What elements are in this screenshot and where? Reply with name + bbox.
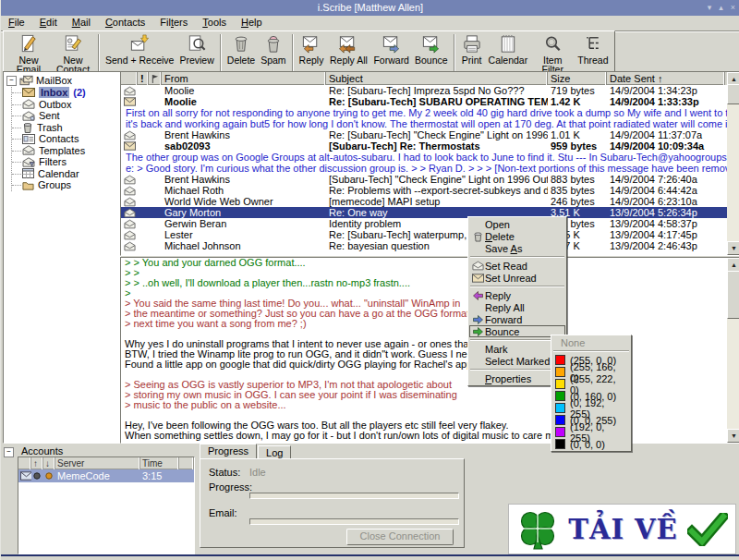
mail-row[interactable]: sab02093[Subaru-Tech] Re: Thermostats959… [121, 140, 739, 152]
print-button[interactable]: Print [458, 32, 486, 75]
menu-item-forward[interactable]: Forward [469, 313, 565, 325]
send-receive-button[interactable]: Send + Receive [103, 32, 176, 75]
reply-button[interactable]: Reply [297, 32, 327, 75]
color-item[interactable]: (255, 222, 0) [552, 378, 630, 390]
column-header-Date Sent ↑[interactable]: Date Sent ↑ [607, 72, 725, 85]
menu-item-reply-all[interactable]: Reply All [469, 301, 565, 313]
menu-tools[interactable]: Tools [195, 16, 234, 30]
delete-button[interactable]: Delete [224, 32, 258, 75]
sidebar-item-calendar[interactable]: Calendar [22, 168, 120, 180]
color-item[interactable]: (192, 0, 255) [552, 426, 630, 438]
bounce-button[interactable]: Bounce [412, 32, 451, 75]
menu-edit[interactable]: Edit [32, 16, 65, 30]
mail-row[interactable]: Michael JohnsonRe: bayesian question1.37… [121, 240, 739, 251]
forward-button[interactable]: Forward [370, 32, 412, 75]
mail-flag-cell [149, 229, 162, 240]
sidebar-item-outbox[interactable]: Outbox [22, 99, 120, 111]
account-row[interactable]: MemeCode3:15 [18, 469, 194, 482]
tree-root-mailbox[interactable]: −MailBox [6, 74, 120, 87]
mail-preview-snippet[interactable]: e: > Good story. I'm curious what the ot… [121, 163, 739, 174]
mail-row[interactable]: Gerwin BeranIdentity problem621 bytes13/… [121, 218, 739, 229]
accounts-column-blank[interactable] [18, 457, 31, 469]
menu-item-save-as[interactable]: Save As [469, 242, 565, 254]
mail-row[interactable]: LesterRe: [Subaru-Tech] waterpump, EA821… [121, 229, 739, 240]
accounts-column-Time[interactable]: Time [140, 457, 179, 469]
window-maximize-icon[interactable]: ▴ [719, 0, 723, 16]
color-item[interactable]: None [552, 336, 630, 348]
column-header-Size[interactable]: Size [548, 72, 607, 85]
mail-row[interactable]: Brent Hawkins[Subaru-Tech] "Check Engine… [121, 174, 739, 185]
scrollbar-thumb[interactable] [727, 84, 739, 104]
menu-mail[interactable]: Mail [65, 16, 98, 30]
menu-filters[interactable]: Filters [152, 16, 195, 30]
sidebar-item-contacts[interactable]: Contacts [22, 133, 120, 145]
toolbar-button-label: Reply All [329, 55, 368, 65]
menu-item-delete[interactable]: Delete [469, 230, 565, 242]
tab-log[interactable]: Log [258, 445, 291, 459]
mail-row[interactable]: Brent HawkinsRe: [Subaru-Tech] "Check En… [121, 129, 739, 140]
scroll-up-button[interactable]: ▲ [727, 258, 739, 272]
accounts-column-↓[interactable]: ↓ [43, 457, 55, 469]
title-bar[interactable]: i.Scribe [Matthew Allen] ▾ ▴ × [1, 0, 739, 16]
mail-date-cell: 13/9/2004 2:46:43p [607, 240, 725, 251]
sidebar-item-filters[interactable]: Filters [22, 156, 120, 168]
window-close-icon[interactable]: × [731, 0, 735, 16]
spam-button[interactable]: Spam [258, 32, 288, 75]
menu-contacts[interactable]: Contacts [98, 16, 152, 30]
message-line [121, 410, 739, 420]
mail-from-cell: Lester [162, 229, 326, 240]
mail-row[interactable]: MoolieRe: [Subaru-Tech] Impreza 5spd No … [121, 85, 739, 96]
accounts-column-Server[interactable]: Server [55, 457, 140, 469]
column-header-From[interactable]: From [162, 72, 326, 85]
item-filter-button[interactable]: Item Filter [530, 32, 575, 75]
menu-item-set-unread[interactable]: Set Unread [469, 272, 565, 284]
column-header-flag[interactable] [149, 72, 162, 85]
sidebar-item-templates[interactable]: Templates [22, 145, 120, 157]
toolbar-button-label: Spam [260, 55, 285, 65]
message-preview-pane[interactable]: > > You and your darned OGG format....> … [120, 257, 739, 444]
mail-row[interactable]: World Wide Web Owner[memecode] MAPI setu… [121, 196, 739, 207]
accounts-column-blank[interactable] [179, 457, 194, 469]
menu-item-set-read[interactable]: Set Read [469, 260, 565, 272]
download-banner[interactable]: TẢI VỀ [508, 504, 736, 554]
column-header-Subject[interactable]: Subject [326, 72, 548, 85]
menu-help[interactable]: Help [234, 16, 270, 30]
tree-expander-icon[interactable]: − [6, 76, 17, 86]
menu-file[interactable]: File [1, 16, 32, 30]
window-shade-icon[interactable]: ▾ [708, 0, 712, 16]
scroll-down-button[interactable]: ▼ [727, 429, 739, 443]
color-item[interactable]: (0, 192, 255) [552, 402, 630, 414]
reply-all-button[interactable]: Reply All [326, 32, 370, 75]
vertical-scrollbar[interactable]: ▲▼ [727, 72, 739, 255]
mail-preview-snippet[interactable]: First on all sorry for not responding to… [121, 107, 739, 118]
sidebar-item-groups[interactable]: Groups [22, 179, 120, 191]
scroll-down-button[interactable]: ▼ [727, 241, 739, 255]
sidebar-item-trash[interactable]: Trash [22, 122, 120, 134]
sidebar-item-label: Sent [39, 110, 60, 121]
mail-row[interactable]: Michael RothRe: Problems with --export-s… [121, 185, 739, 196]
tree-guide-stub [12, 151, 21, 152]
new-email-button[interactable]: New Email [6, 32, 51, 75]
mail-preview-snippet[interactable]: The other group was on Google Groups at … [121, 152, 739, 163]
vertical-scrollbar[interactable]: ▲▼ [727, 258, 739, 443]
new-contact-button[interactable]: New Contact [51, 32, 95, 75]
column-header-![interactable]: ! [138, 72, 149, 85]
calendar-button[interactable]: Calendar [486, 32, 531, 75]
sidebar-item-inbox[interactable]: Inbox(2) [22, 87, 120, 99]
sidebar-item-sent[interactable]: Sent [22, 110, 120, 122]
menu-item-reply[interactable]: Reply [469, 289, 565, 301]
tree-guide-stub [12, 92, 21, 93]
tab-progress[interactable]: Progress [200, 444, 257, 459]
scrollbar-thumb[interactable] [727, 271, 739, 319]
mail-row[interactable]: MoolieRe: [Subaru-Tech] SUBARU OPERATING… [121, 96, 739, 107]
preview-button[interactable]: Preview [176, 32, 216, 75]
mail-size-cell: 1.01 K [548, 129, 607, 140]
accounts-column-↑[interactable]: ↑ [31, 457, 43, 469]
mail-preview-snippet[interactable]: it's back and working again but5 for how… [121, 118, 739, 129]
mail-row[interactable]: Gary MortonRe: One way3.51 K13/9/2004 5:… [121, 207, 739, 218]
menu-item-open[interactable]: Open [469, 218, 565, 230]
thread-button[interactable]: Thread [575, 32, 611, 75]
close-connection-button[interactable]: Close Connection [346, 529, 454, 545]
accounts-expander-icon[interactable]: − [4, 447, 14, 457]
column-header-icon[interactable] [121, 72, 138, 85]
